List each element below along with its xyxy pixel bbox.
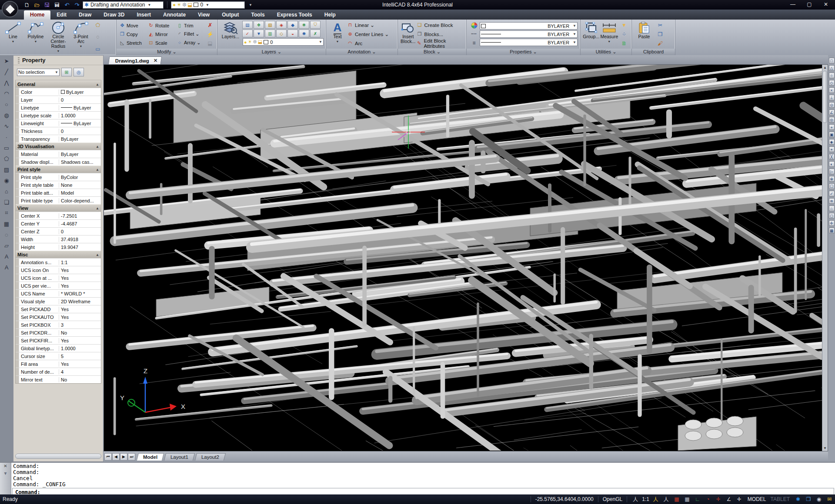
line-button[interactable]: Line▼	[2, 20, 24, 53]
select-objects-button[interactable]: ⊞	[61, 68, 72, 76]
layout-tab-model[interactable]: Model	[137, 453, 164, 461]
close-command-icon[interactable]: ✕	[3, 464, 7, 468]
qat-overflow-icon[interactable]: ▾	[246, 1, 255, 9]
section-header-general[interactable]: General▲	[16, 80, 101, 88]
arc-icon[interactable]: ◠	[2, 90, 11, 97]
utilities-group-label[interactable]: Utilities ⌄	[581, 49, 631, 55]
property-value[interactable]: Yes	[59, 361, 101, 367]
tab-view[interactable]: View	[192, 10, 216, 20]
esnap-tool-icon[interactable]: △	[829, 65, 835, 71]
property-value[interactable]: * WORLD *	[59, 291, 101, 296]
linetype-icon[interactable]: ┅┅	[469, 30, 479, 38]
property-value[interactable]: ByColor	[59, 175, 101, 180]
esnap-tool-icon[interactable]: ◇	[829, 80, 835, 86]
tab-annotate[interactable]: Annotate	[157, 10, 192, 20]
windows-icon[interactable]: ❐	[805, 496, 812, 503]
modify-stretch-button[interactable]: ◺Stretch	[118, 39, 147, 47]
expand-history-icon[interactable]: ▼	[3, 471, 8, 476]
wipeout-icon[interactable]: ▱	[2, 242, 11, 249]
esnap-tool-icon[interactable]: ＋	[829, 124, 835, 130]
property-value[interactable]: Yes	[59, 338, 101, 343]
modify-copy-button[interactable]: ❐Copy	[118, 30, 147, 39]
redo-icon[interactable]: ↷	[73, 1, 81, 9]
spline-icon[interactable]: ∿	[2, 122, 11, 130]
esnap-tool-icon[interactable]: ⌖	[829, 146, 835, 152]
crosshair-icon[interactable]: ✛	[735, 496, 743, 503]
property-value[interactable]: ByLayer	[59, 136, 101, 142]
line-icon[interactable]: ╱	[2, 68, 11, 76]
property-value[interactable]: ByLayer	[59, 152, 101, 157]
tab-draw[interactable]: Draw	[73, 10, 97, 20]
property-value[interactable]: ByLayer	[59, 90, 101, 95]
open-folder-icon[interactable]: 🗁	[33, 1, 41, 9]
lineweight-combo[interactable]: BYLAYER▼	[480, 39, 578, 46]
three-point-arc-button[interactable]: 3-PointArc▼	[70, 20, 92, 53]
close-document-icon[interactable]: ✕	[154, 58, 157, 63]
annotation-visibility-icon[interactable]: 人	[652, 496, 660, 503]
layers-group-label[interactable]: Layers ⌄	[217, 49, 326, 55]
layer-thaw-icon[interactable]: ✺	[299, 30, 309, 37]
text-a-icon[interactable]: A	[2, 252, 11, 260]
pointer-icon[interactable]: ➤	[2, 57, 11, 65]
annotation-linear-button[interactable]: ⊓Linear ⌄	[347, 21, 389, 29]
tab-express-tools[interactable]: Express Tools	[271, 10, 318, 20]
tab-draw-3d[interactable]: Draw 3D	[97, 10, 130, 20]
prev-layout-icon[interactable]: ◀	[112, 453, 120, 461]
rectangle-tool-icon[interactable]: ▭	[93, 45, 103, 53]
linetype-combo[interactable]: BYLAYER▼	[480, 30, 578, 38]
esnap-tool-icon[interactable]: ▣	[829, 132, 835, 137]
layer-unlock-icon[interactable]: ◇	[276, 30, 287, 37]
layer-new-icon[interactable]: ❖	[254, 21, 264, 29]
undo-icon[interactable]: ↶	[63, 1, 71, 9]
copy-clip-icon[interactable]: ❐	[655, 30, 665, 38]
save-as-icon[interactable]: 🖬	[53, 1, 61, 9]
property-value[interactable]: No	[59, 377, 101, 382]
region-icon[interactable]: ◉	[2, 176, 11, 184]
workspace-select[interactable]: ✱ Drafting and Annotation ▼	[83, 1, 164, 9]
delete-button[interactable]: ✗	[205, 21, 215, 29]
document-tab[interactable]: Drawing1.dwg ✕	[108, 56, 162, 64]
property-value[interactable]: 5	[59, 354, 101, 359]
last-layout-icon[interactable]: ⏭	[128, 453, 135, 461]
esnap-tool-icon[interactable]: □	[829, 58, 835, 63]
modify-fillet-button[interactable]: ◜Fillet ⌄	[176, 30, 204, 39]
tab-home[interactable]: Home	[24, 10, 50, 20]
filter-button[interactable]: ▼	[619, 21, 629, 29]
table-icon[interactable]: ▦	[2, 220, 11, 228]
first-layout-icon[interactable]: ⏮	[104, 453, 112, 461]
explode-button[interactable]: ⚡	[205, 30, 215, 38]
next-layout-icon[interactable]: ▶	[120, 453, 127, 461]
section-header-view[interactable]: View▲	[16, 204, 101, 212]
circle-icon[interactable]: ○	[2, 100, 11, 108]
annotation-scale-icon[interactable]: 人	[631, 496, 639, 503]
property-value[interactable]: 0	[59, 97, 101, 103]
quick-select-button[interactable]: ◎	[73, 68, 84, 76]
esnap-tool-icon[interactable]: ✓	[829, 191, 835, 196]
attach-icon[interactable]: ⌗	[2, 209, 11, 217]
property-value[interactable]: Yes	[59, 283, 101, 288]
modify-rotate-button[interactable]: ↻Rotate	[147, 21, 176, 30]
revision-icon[interactable]: ◌	[2, 231, 11, 239]
insert-block-button[interactable]: Insert Block...	[400, 20, 417, 48]
color-combo[interactable]: BYLAYER▼	[480, 22, 578, 30]
property-value[interactable]: No	[59, 330, 101, 335]
esnap-tool-icon[interactable]: ×	[829, 87, 835, 93]
layer-walk-icon[interactable]: ▥	[265, 30, 275, 37]
polygon-icon[interactable]: ⬠	[2, 155, 11, 162]
status-renderer[interactable]: OpenGL	[603, 496, 622, 502]
measure-button[interactable]: Measure ▼	[600, 20, 618, 48]
status-annotation-scale[interactable]: 1:1	[642, 496, 649, 502]
property-value[interactable]: Yes	[59, 268, 101, 273]
tab-output[interactable]: Output	[216, 10, 245, 20]
audit-button[interactable]: 🗎	[619, 39, 629, 47]
esnap-tool-icon[interactable]: ∠	[829, 109, 835, 115]
property-value[interactable]: 37.4918	[59, 237, 101, 242]
layer-delete-icon[interactable]: ✗	[310, 30, 321, 37]
layer-off-icon[interactable]: ◒	[287, 30, 298, 37]
section-header-3d-visualisation[interactable]: 3D Visualisation▲	[16, 143, 101, 150]
property-value[interactable]: 1.0000	[59, 113, 101, 118]
unlock-object-button[interactable]: ⬓	[205, 39, 215, 47]
color-wheel-icon[interactable]	[469, 21, 479, 30]
layout-tab-layout2[interactable]: Layout2	[195, 453, 226, 461]
etrack-icon[interactable]: ∠	[725, 496, 733, 503]
